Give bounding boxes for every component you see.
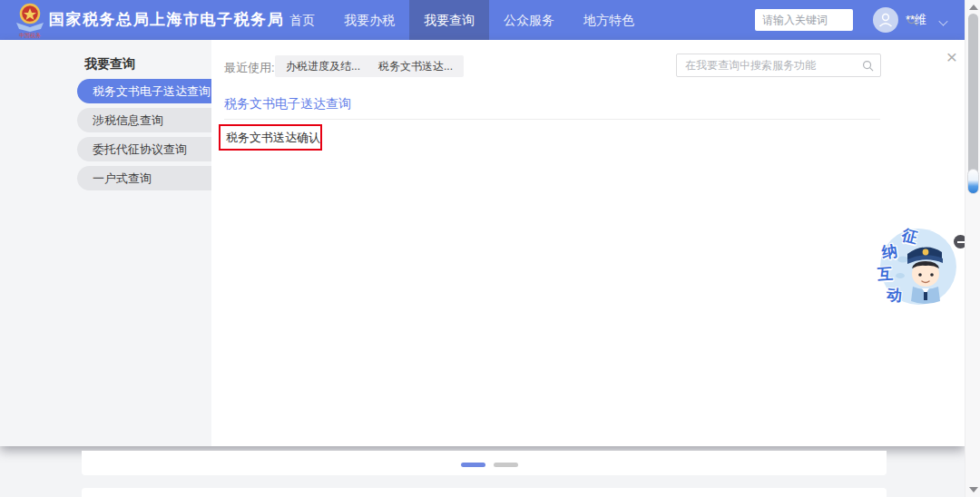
background-card-bottom bbox=[82, 488, 887, 497]
panel-main: 最近使用: 办税进度及结... 税务文书送达... × 税务文书电子送达查询 税… bbox=[211, 40, 965, 446]
sidebar-item-document-edelivery-query[interactable]: 税务文书电子送达查询 bbox=[77, 79, 211, 103]
mascot-interaction-widget[interactable]: 征 纳 互 动 bbox=[873, 225, 958, 308]
site-title: 国家税务总局上海市电子税务局 bbox=[49, 0, 284, 40]
sidebar-item-tax-info-query[interactable]: 涉税信息查询 bbox=[77, 108, 211, 132]
sidebar-item-entrusted-collection-query[interactable]: 委托代征协议查询 bbox=[77, 137, 211, 161]
recent-item-document-delivery-button[interactable]: 税务文书送达... bbox=[368, 55, 464, 77]
header-search-box bbox=[755, 9, 853, 31]
chevron-down-icon[interactable] bbox=[938, 16, 947, 25]
recent-item-tax-progress-button[interactable]: 办税进度及结... bbox=[275, 55, 371, 77]
top-header: 中国税务 国家税务总局上海市电子税务局 首页 我要办税 我要查询 公众服务 地方… bbox=[0, 0, 965, 40]
nav-do-tax[interactable]: 我要办税 bbox=[329, 0, 409, 40]
sidebar-title: 我要查询 bbox=[84, 56, 135, 73]
search-icon[interactable] bbox=[862, 60, 874, 72]
sidebar-item-one-stop-query[interactable]: 一户式查询 bbox=[77, 166, 211, 190]
highlight-annotation-box: 税务文书送达确认 bbox=[219, 124, 322, 151]
main-nav: 首页 我要办税 我要查询 公众服务 地方特色 bbox=[275, 0, 649, 40]
svg-text:中国税务: 中国税务 bbox=[19, 33, 41, 38]
mascot-char: 互 bbox=[877, 263, 894, 285]
link-document-delivery-confirm[interactable]: 税务文书送达确认 bbox=[220, 130, 320, 146]
panel-search-box bbox=[676, 54, 881, 77]
scrollbar-widget[interactable] bbox=[967, 169, 979, 194]
vertical-scrollbar[interactable] bbox=[965, 0, 980, 497]
recent-used-label: 最近使用: bbox=[224, 60, 275, 76]
nav-public-service[interactable]: 公众服务 bbox=[489, 0, 569, 40]
close-icon[interactable]: × bbox=[942, 47, 962, 67]
user-icon bbox=[877, 12, 894, 28]
section-divider bbox=[224, 119, 880, 120]
mascot-char: 动 bbox=[886, 284, 903, 307]
nav-local-features[interactable]: 地方特色 bbox=[569, 0, 649, 40]
nav-home[interactable]: 首页 bbox=[275, 0, 329, 40]
panel-search-input[interactable] bbox=[677, 59, 862, 72]
panel-sidebar: 我要查询 税务文书电子送达查询 涉税信息查询 委托代征协议查询 一户式查询 bbox=[0, 40, 211, 446]
nav-query[interactable]: 我要查询 bbox=[409, 0, 489, 40]
scroll-up-icon[interactable] bbox=[969, 5, 978, 10]
user-avatar[interactable] bbox=[873, 7, 898, 33]
mascot-char: 纳 bbox=[880, 240, 898, 263]
carousel-dot-active[interactable] bbox=[461, 463, 485, 467]
carousel-dot-inactive[interactable] bbox=[494, 463, 518, 467]
scroll-down-icon[interactable] bbox=[969, 487, 978, 492]
section-link-edelivery-query[interactable]: 税务文书电子送达查询 bbox=[224, 96, 351, 112]
page: 中国税务 国家税务总局上海市电子税务局 首页 我要办税 我要查询 公众服务 地方… bbox=[0, 0, 980, 497]
scrollbar-thumb[interactable] bbox=[968, 14, 978, 192]
tax-emblem-logo: 中国税务 bbox=[14, 3, 46, 38]
query-panel: 我要查询 税务文书电子送达查询 涉税信息查询 委托代征协议查询 一户式查询 最近… bbox=[0, 40, 965, 446]
username-label[interactable]: **维 bbox=[906, 0, 926, 40]
